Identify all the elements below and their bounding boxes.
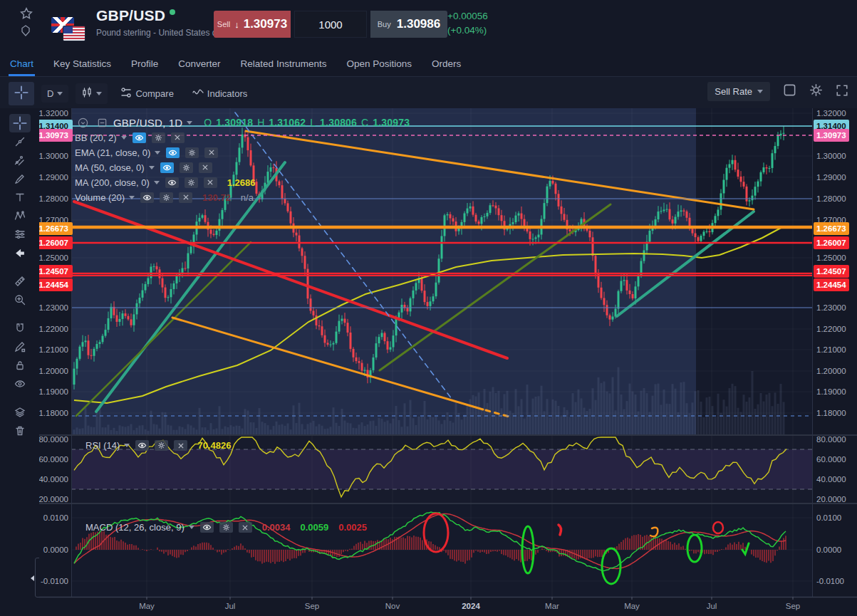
price-axis-label: 1.21000 bbox=[816, 345, 846, 354]
indicator-settings-icon[interactable] bbox=[185, 177, 198, 188]
indicator-label[interactable]: MA (50, close, 0) bbox=[75, 162, 145, 173]
quantity-input[interactable] bbox=[294, 11, 367, 38]
tab-profile[interactable]: Profile bbox=[131, 51, 158, 75]
price-axis-label: 1.30000 bbox=[39, 152, 68, 160]
remove-indicator-icon[interactable] bbox=[179, 192, 192, 203]
xabcd-pattern-icon[interactable] bbox=[9, 207, 31, 225]
tab-orders[interactable]: Orders bbox=[432, 51, 461, 75]
chevron-down-icon[interactable] bbox=[149, 166, 155, 169]
chevron-down-icon[interactable] bbox=[121, 136, 127, 140]
remove-indicator-icon[interactable] bbox=[239, 522, 252, 533]
chevron-down-icon[interactable] bbox=[155, 151, 160, 155]
crosshair-mode-button[interactable] bbox=[9, 82, 34, 105]
ruler-icon[interactable] bbox=[9, 272, 31, 291]
price-badge: 1.24507 bbox=[816, 267, 846, 276]
chevron-down-icon[interactable] bbox=[187, 121, 192, 125]
fib-channel-icon[interactable] bbox=[9, 151, 31, 169]
chart-area[interactable]: MayJulSepNov2024MarMayJulSep1.320001.320… bbox=[39, 108, 857, 616]
indicator-label[interactable]: BB (20, 2) bbox=[75, 132, 117, 143]
indicator-value: 130.72 bbox=[202, 192, 231, 203]
pencil-lock-icon[interactable] bbox=[9, 338, 31, 356]
tab-related-instruments[interactable]: Related Instruments bbox=[241, 51, 327, 75]
lock-icon[interactable] bbox=[9, 356, 31, 375]
interval-dropdown[interactable]: D bbox=[41, 85, 68, 103]
market-open-dot bbox=[170, 9, 175, 15]
compare-button[interactable]: Compare bbox=[115, 83, 179, 104]
price-axis-label: 1.25000 bbox=[39, 254, 68, 262]
price-badge: 1.24454 bbox=[816, 281, 846, 289]
remove-indicator-icon[interactable] bbox=[174, 440, 187, 451]
fullscreen-icon[interactable] bbox=[836, 84, 848, 100]
visibility-eye-icon[interactable] bbox=[135, 440, 149, 451]
usd-flag-icon bbox=[63, 26, 85, 41]
minimize-legend-icon[interactable] bbox=[95, 118, 109, 128]
eye-icon[interactable] bbox=[9, 375, 31, 393]
indicator-settings-icon[interactable] bbox=[180, 162, 193, 173]
time-axis-label: Jul bbox=[225, 602, 236, 610]
indicator-settings-icon[interactable] bbox=[160, 192, 173, 203]
layers-icon[interactable] bbox=[9, 403, 31, 422]
indicator-label[interactable]: MA (200, close, 0) bbox=[75, 177, 150, 188]
crosshair-icon[interactable] bbox=[9, 114, 31, 132]
indicator-label[interactable]: EMA (21, close, 0) bbox=[75, 147, 150, 158]
visibility-eye-icon[interactable] bbox=[165, 177, 179, 188]
tab-open-positions[interactable]: Open Positions bbox=[346, 51, 412, 75]
remove-indicator-icon[interactable] bbox=[199, 162, 212, 173]
favorite-star-icon[interactable] bbox=[20, 7, 33, 20]
price-axis-label: 1.20000 bbox=[816, 367, 846, 375]
sell-label: Sell bbox=[217, 20, 230, 28]
tab-chart[interactable]: Chart bbox=[10, 51, 33, 75]
legend-symbol[interactable]: GBP/USD, 1D bbox=[113, 117, 182, 129]
price-axis-label: 80.0000 bbox=[816, 435, 846, 444]
ohlc-value: 1.30806 bbox=[320, 117, 357, 128]
sell-button[interactable]: Sell ↓ 1.30973 bbox=[214, 11, 291, 38]
arrow-left-icon[interactable] bbox=[9, 244, 31, 262]
visibility-eye-icon[interactable] bbox=[200, 522, 214, 533]
price-axis-label: 1.22000 bbox=[39, 325, 68, 333]
price-axis-label: 1.21000 bbox=[39, 345, 68, 354]
snapshot-button[interactable] bbox=[783, 83, 796, 100]
chart-type-dropdown[interactable] bbox=[76, 83, 108, 104]
price-badge: 1.26673 bbox=[816, 224, 846, 233]
collapse-legend-icon[interactable] bbox=[76, 118, 90, 128]
chevron-down-icon[interactable] bbox=[129, 196, 135, 199]
indicator-settings-icon[interactable] bbox=[219, 522, 233, 533]
forecast-icon[interactable] bbox=[9, 225, 31, 244]
sell-rate-label: Sell Rate bbox=[715, 86, 752, 97]
trash-icon[interactable] bbox=[9, 422, 31, 440]
buy-label: Buy bbox=[378, 20, 391, 28]
indicators-button[interactable]: Indicators bbox=[187, 83, 253, 104]
remove-indicator-icon[interactable] bbox=[204, 177, 217, 188]
indicator-settings-icon[interactable] bbox=[155, 440, 168, 451]
magnet-icon[interactable] bbox=[9, 319, 31, 338]
price-badge: 1.30973 bbox=[816, 131, 846, 140]
text-tool-icon[interactable] bbox=[9, 188, 31, 207]
brush-icon[interactable] bbox=[9, 169, 31, 188]
visibility-eye-icon[interactable] bbox=[140, 192, 154, 203]
rate-type-dropdown[interactable]: Sell Rate bbox=[707, 82, 770, 101]
trend-line-icon[interactable] bbox=[9, 132, 31, 151]
remove-indicator-icon[interactable] bbox=[204, 147, 218, 158]
rsi-label[interactable]: RSI (14) bbox=[85, 440, 120, 451]
visibility-eye-icon[interactable] bbox=[133, 132, 146, 143]
compare-label: Compare bbox=[135, 88, 173, 99]
indicator-row: MA (50, close, 0) bbox=[75, 160, 410, 174]
zoom-in-icon[interactable] bbox=[9, 291, 31, 309]
macd-label[interactable]: MACD (12, 26, close, 9) bbox=[85, 522, 185, 533]
indicator-settings-icon[interactable] bbox=[152, 132, 165, 143]
indicator-label[interactable]: Volume (20) bbox=[75, 192, 125, 203]
remove-indicator-icon[interactable] bbox=[171, 132, 185, 143]
chart-settings-gear-icon[interactable] bbox=[809, 83, 823, 100]
visibility-eye-icon[interactable] bbox=[166, 147, 180, 158]
tab-key-statistics[interactable]: Key Statistics bbox=[53, 51, 111, 75]
tab-converter[interactable]: Converter bbox=[178, 51, 220, 75]
page-title: GBP/USD bbox=[96, 7, 165, 24]
alert-bubble-icon[interactable] bbox=[20, 25, 33, 36]
price-axis-label: 1.19000 bbox=[816, 387, 846, 396]
visibility-eye-icon[interactable] bbox=[160, 162, 174, 173]
indicator-settings-icon[interactable] bbox=[185, 147, 199, 158]
chevron-down-icon[interactable] bbox=[154, 181, 160, 184]
trading-app: GBP/USD Pound sterling - United States d… bbox=[0, 0, 857, 616]
buy-button[interactable]: Buy 1.30986 bbox=[370, 11, 447, 38]
price-badge: 1.24454 bbox=[39, 281, 69, 289]
